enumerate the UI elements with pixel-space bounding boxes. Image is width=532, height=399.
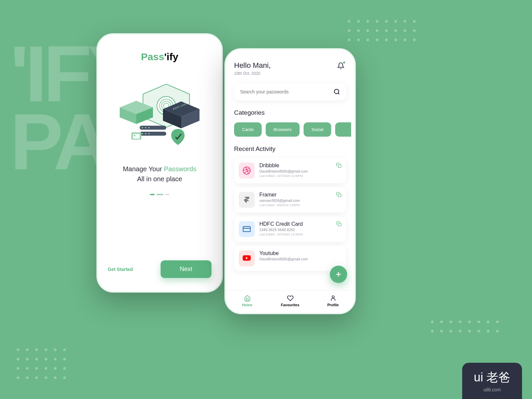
decorative-dots: [348, 20, 416, 41]
list-item[interactable]: Youtube DaveBriston8055@gmail.com: [234, 246, 346, 271]
list-item[interactable]: Framer vannan3926@gmail.com Last Edited …: [234, 187, 346, 212]
credit-card-icon: [239, 221, 255, 237]
svg-point-15: [134, 135, 135, 136]
svg-point-11: [145, 133, 146, 134]
nav-home[interactable]: Home: [226, 295, 269, 307]
item-meta: Last Edited : 24/7/2020 12:30PM: [259, 174, 341, 178]
svg-point-25: [332, 296, 334, 298]
list-item[interactable]: HDFC Credit Card 2345 3625 5648 8292 Las…: [234, 216, 346, 242]
get-started-link[interactable]: Get Started: [108, 267, 133, 272]
item-subtitle: DaveBriston8055@gmail.com: [259, 257, 341, 261]
heart-icon: [287, 295, 294, 302]
decorative-dots: [17, 348, 66, 379]
search-input[interactable]: [240, 89, 333, 94]
svg-point-16: [334, 89, 339, 94]
plus-icon: [334, 270, 342, 278]
bottom-nav: Home Favourites Profile: [226, 290, 354, 313]
progress-indicator: [108, 194, 211, 195]
item-title: Dribbble: [259, 163, 341, 169]
svg-rect-19: [338, 194, 341, 197]
youtube-icon: [239, 250, 255, 266]
categories-row: Cards Browsers Social: [234, 122, 346, 137]
item-meta: Last Edited : 24/7/2020 12:30PM: [259, 233, 341, 236]
item-meta: Last Edited : 4/9/2019 1:30PM: [259, 203, 341, 207]
nav-profile[interactable]: Profile: [312, 295, 354, 307]
security-illustration: BANK CARD: [120, 81, 200, 151]
nav-favourites[interactable]: Favourites: [269, 295, 312, 307]
phone-onboarding: Pass'ify BANK CARD: [96, 33, 223, 293]
item-subtitle: vannan3926@gmail.com: [259, 199, 341, 202]
framer-icon: [239, 192, 255, 208]
svg-point-7: [145, 127, 146, 128]
activity-list: Dribbble DaveBriston8055@gmail.com Last …: [234, 158, 346, 258]
category-cards[interactable]: Cards: [234, 122, 262, 137]
item-title: Youtube: [259, 250, 341, 256]
item-title: HDFC Credit Card: [259, 221, 341, 227]
svg-point-12: [148, 133, 150, 134]
copy-icon[interactable]: [336, 163, 341, 168]
item-title: Framer: [259, 192, 341, 198]
decorative-dots: [431, 321, 499, 332]
recent-activity-title: Recent Activity: [234, 145, 346, 153]
search-icon: [333, 88, 340, 95]
svg-rect-18: [338, 165, 341, 168]
home-icon: [244, 295, 251, 302]
svg-rect-20: [243, 226, 250, 231]
item-subtitle: DaveBriston8055@gmail.com: [259, 169, 341, 173]
svg-point-6: [142, 127, 143, 128]
copy-icon[interactable]: [336, 192, 341, 197]
tagline: Manage Your Passwords All in one place: [108, 164, 211, 184]
svg-rect-9: [140, 132, 166, 136]
svg-point-10: [142, 133, 143, 134]
category-more[interactable]: [335, 122, 351, 137]
profile-icon: [330, 295, 336, 302]
notification-bell-icon[interactable]: [337, 62, 344, 71]
search-bar[interactable]: [234, 83, 346, 100]
watermark: ui 老爸 uil8.com: [462, 363, 522, 399]
svg-rect-5: [140, 126, 166, 130]
next-button[interactable]: Next: [161, 260, 211, 278]
add-button[interactable]: [330, 266, 347, 283]
item-subtitle: 2345 3625 5648 8292: [259, 228, 341, 232]
list-item[interactable]: Dribbble DaveBriston8055@gmail.com Last …: [234, 158, 346, 183]
category-social[interactable]: Social: [304, 122, 331, 137]
categories-title: Categories: [234, 109, 346, 116]
phone-home: Hello Mani, 10th Oct, 2020 Categories Ca…: [224, 48, 356, 314]
svg-rect-22: [338, 223, 341, 226]
dribbble-icon: [239, 163, 255, 179]
svg-rect-14: [133, 134, 140, 139]
app-title: Pass'ify: [108, 51, 211, 63]
copy-icon[interactable]: [336, 221, 341, 226]
category-browsers[interactable]: Browsers: [266, 122, 300, 137]
svg-point-8: [148, 127, 150, 128]
greeting: Hello Mani, 10th Oct, 2020: [234, 61, 346, 76]
